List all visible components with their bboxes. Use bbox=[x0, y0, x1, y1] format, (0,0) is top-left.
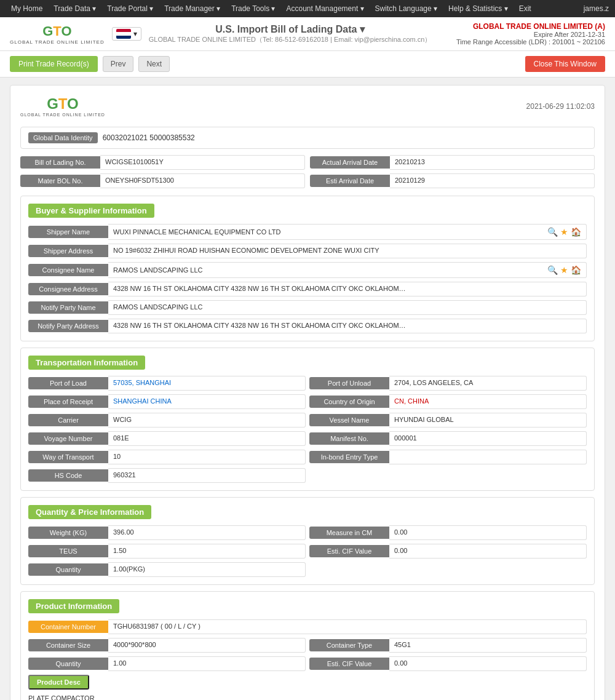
consignee-home-icon[interactable]: 🏠 bbox=[571, 265, 581, 275]
header-center: U.S. Import Bill of Lading Data ▾ GLOBAL… bbox=[149, 23, 432, 44]
main-content: GTO GLOBAL TRADE ONLINE LIMITED 2021-06-… bbox=[0, 78, 615, 700]
bill-of-lading-value: WCIGSE1010051Y bbox=[100, 155, 305, 170]
shipper-address-field: Shipper Address NO 19#6032 ZHIHUI ROAD H… bbox=[28, 244, 587, 258]
gto-logo-block: GTO GLOBAL TRADE ONLINE LIMITED bbox=[10, 23, 105, 45]
shipper-search-icon[interactable]: 🔍 bbox=[547, 227, 558, 237]
shipper-star-icon[interactable]: ★ bbox=[560, 227, 568, 237]
teus-label: TEUS bbox=[28, 545, 108, 557]
nav-switch-language[interactable]: Switch Language ▾ bbox=[370, 0, 442, 17]
bill-of-lading-row: Bill of Lading No. WCIGSE1010051Y bbox=[20, 155, 305, 170]
page-title: U.S. Import Bill of Lading Data ▾ bbox=[149, 23, 432, 35]
actual-arrival-label: Actual Arrival Date bbox=[310, 156, 390, 169]
place-of-receipt-text: SHANGHAI CHINA bbox=[113, 397, 172, 405]
shipper-name-label: Shipper Name bbox=[28, 226, 108, 238]
record-date: 2021-06-29 11:02:03 bbox=[526, 102, 595, 111]
nav-items-left: My Home Trade Data ▾ Trade Portal ▾ Trad… bbox=[6, 0, 536, 17]
container-type-value: 45G1 bbox=[389, 638, 587, 653]
shipper-name-text: WUXI PINNACLE MECHANICAL EQUIPMENT CO LT… bbox=[113, 228, 280, 236]
shipper-name-field: Shipper Name WUXI PINNACLE MECHANICAL EQ… bbox=[28, 224, 587, 240]
product-section-header: Product Information bbox=[28, 599, 119, 613]
shipper-icons: 🔍 ★ 🏠 bbox=[547, 227, 581, 237]
place-of-receipt-value: SHANGHAI CHINA bbox=[108, 394, 306, 409]
container-size-value: 4000*900*800 bbox=[108, 638, 306, 653]
transportation-header: Transportation Information bbox=[28, 356, 145, 370]
page-header: GTO GLOBAL TRADE ONLINE LIMITED ▾ U.S. I… bbox=[0, 17, 615, 51]
shipper-name-row: Shipper Name WUXI PINNACLE MECHANICAL EQ… bbox=[28, 224, 587, 240]
esti-cif-value: 0.00 bbox=[389, 544, 587, 559]
nav-trade-tools[interactable]: Trade Tools ▾ bbox=[226, 0, 280, 17]
weight-value: 396.00 bbox=[108, 525, 306, 540]
product-quantity-row: Quantity 1.00 bbox=[28, 656, 306, 671]
port-of-load-text: 57035, SHANGHAI bbox=[113, 379, 171, 386]
top-toolbar: Print Trade Record(s) Prev Next Close Th… bbox=[0, 51, 615, 78]
nav-exit[interactable]: Exit bbox=[514, 0, 536, 17]
consignee-star-icon[interactable]: ★ bbox=[560, 265, 568, 275]
product-desc-content: PLATE COMPACTOR bbox=[28, 692, 587, 700]
card-logo-g: G bbox=[47, 95, 58, 112]
product-desc-button[interactable]: Product Desc bbox=[28, 675, 89, 690]
header-left: GTO GLOBAL TRADE ONLINE LIMITED ▾ U.S. I… bbox=[10, 23, 431, 45]
quantity-price-header: Quantity & Price Information bbox=[28, 505, 151, 519]
notify-party-address-row: Notify Party Address 4328 NW 16 TH ST OK… bbox=[28, 319, 587, 333]
flag-dropdown-arrow: ▾ bbox=[133, 30, 137, 38]
port-of-load-value: 57035, SHANGHAI bbox=[108, 376, 306, 391]
manifest-no-row: Manifest No. 000001 bbox=[309, 431, 587, 446]
mater-bol-value: ONEYSH0FSDT51300 bbox=[100, 173, 305, 188]
card-header: GTO GLOBAL TRADE ONLINE LIMITED 2021-06-… bbox=[20, 95, 595, 117]
consignee-name-row: Consignee Name RAMOS LANDSCAPING LLC 🔍 ★… bbox=[28, 262, 587, 278]
country-of-origin-label: Country of Origin bbox=[309, 396, 389, 408]
esti-cif-row: Esti. CIF Value 0.00 bbox=[309, 544, 587, 559]
teus-value: 1.50 bbox=[108, 544, 306, 559]
container-size-label: Container Size bbox=[28, 639, 108, 651]
port-of-unload-value: 2704, LOS ANGELES, CA bbox=[389, 376, 587, 391]
place-of-receipt-label: Place of Receipt bbox=[28, 396, 108, 408]
global-data-identity-value: 60032021021 50000385532 bbox=[103, 133, 195, 142]
buyer-supplier-section: Buyer & Supplier Information Shipper Nam… bbox=[20, 196, 595, 341]
consignee-search-icon[interactable]: 🔍 bbox=[547, 265, 558, 275]
product-quantity-label: Quantity bbox=[28, 658, 108, 670]
logo-g: G bbox=[42, 23, 53, 39]
measure-label: Measure in CM bbox=[309, 527, 389, 539]
product-desc-block: Product Desc PLATE COMPACTOR bbox=[28, 675, 587, 700]
close-window-button[interactable]: Close This Window bbox=[525, 56, 605, 72]
mater-bol-label: Mater BOL No. bbox=[20, 175, 100, 187]
voyage-number-label: Voyage Number bbox=[28, 432, 108, 445]
port-of-load-row: Port of Load 57035, SHANGHAI bbox=[28, 376, 306, 391]
voyage-number-row: Voyage Number 081E bbox=[28, 431, 306, 446]
country-of-origin-value: CN, CHINA bbox=[389, 394, 587, 409]
product-quantity-value: 1.00 bbox=[108, 656, 306, 671]
shipper-home-icon[interactable]: 🏠 bbox=[571, 227, 581, 237]
date-range-info: Time Range Accessible (LDR) : 201001 ~ 2… bbox=[456, 38, 605, 46]
vessel-name-label: Vessel Name bbox=[309, 414, 389, 426]
voyage-number-value: 081E bbox=[108, 431, 306, 446]
container-size-row: Container Size 4000*900*800 bbox=[28, 638, 306, 653]
manifest-no-value: 000001 bbox=[389, 431, 587, 446]
nav-trade-data[interactable]: Trade Data ▾ bbox=[49, 0, 101, 17]
nav-account-management[interactable]: Account Management ▾ bbox=[282, 0, 369, 17]
in-bond-entry-label: In-bond Entry Type bbox=[309, 451, 389, 463]
consignee-address-field: Consignee Address 4328 NW 16 TH ST OKLAH… bbox=[28, 282, 587, 296]
next-button[interactable]: Next bbox=[138, 56, 170, 72]
company-link[interactable]: GLOBAL TRADE ONLINE LIMITED (A) bbox=[456, 22, 605, 31]
consignee-name-field: Consignee Name RAMOS LANDSCAPING LLC 🔍 ★… bbox=[28, 262, 587, 278]
nav-trade-manager[interactable]: Trade Manager ▾ bbox=[159, 0, 225, 17]
nav-my-home[interactable]: My Home bbox=[6, 0, 47, 17]
nav-help-statistics[interactable]: Help & Statistics ▾ bbox=[443, 0, 513, 17]
quantity-value: 1.00(PKG) bbox=[108, 562, 306, 577]
print-record-button[interactable]: Print Trade Record(s) bbox=[10, 56, 98, 72]
shipper-name-value: WUXI PINNACLE MECHANICAL EQUIPMENT CO LT… bbox=[108, 224, 587, 240]
language-flag-selector[interactable]: ▾ bbox=[112, 27, 141, 41]
card-logo: GTO GLOBAL TRADE ONLINE LIMITED bbox=[20, 95, 105, 117]
expire-info: Expire After 2021-12-31 bbox=[456, 31, 605, 38]
actual-arrival-value: 20210213 bbox=[390, 155, 595, 170]
notify-party-address-field: Notify Party Address 4328 NW 16 TH ST OK… bbox=[28, 319, 587, 333]
notify-party-name-value: RAMOS LANDSCAPING LLC bbox=[108, 300, 587, 315]
container-type-label: Container Type bbox=[309, 639, 389, 651]
prev-button[interactable]: Prev bbox=[103, 56, 134, 72]
card-logo-subtitle: GLOBAL TRADE ONLINE LIMITED bbox=[20, 113, 105, 117]
consignee-name-label: Consignee Name bbox=[28, 264, 108, 276]
user-display: james.z bbox=[584, 4, 609, 13]
shipper-address-value: NO 19#6032 ZHIHUI ROAD HUISHAN ECONOMIC … bbox=[108, 244, 587, 258]
nav-trade-portal[interactable]: Trade Portal ▾ bbox=[102, 0, 158, 17]
transportation-section: Transportation Information Port of Load … bbox=[20, 348, 595, 491]
